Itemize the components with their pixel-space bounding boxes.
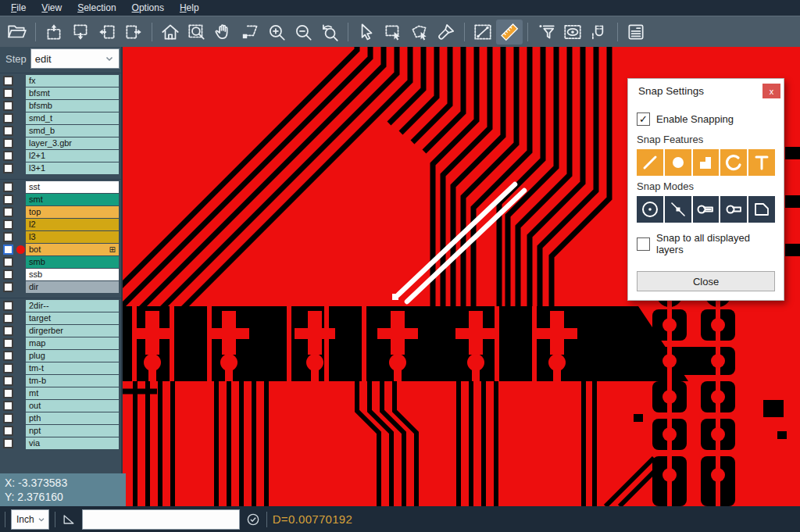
open-file-button[interactable] bbox=[4, 20, 30, 45]
select-brush-button[interactable] bbox=[433, 20, 459, 45]
all-layers-checkbox[interactable] bbox=[637, 237, 650, 251]
snap-mode-center-button[interactable] bbox=[637, 196, 663, 223]
layer-visibility-checkbox[interactable] bbox=[3, 182, 13, 192]
layer-row[interactable]: npt bbox=[0, 425, 121, 437]
layer-row[interactable]: tm-b bbox=[0, 375, 121, 387]
apply-sync-icon[interactable] bbox=[245, 512, 261, 527]
layer-visibility-checkbox[interactable] bbox=[3, 195, 13, 205]
menu-item[interactable]: File bbox=[3, 1, 34, 15]
snap-mode-slot-right-button[interactable] bbox=[693, 196, 720, 223]
layer-row[interactable]: fx bbox=[0, 75, 121, 87]
layer-row[interactable]: ssb bbox=[0, 269, 121, 280]
layer-row[interactable]: smd_b bbox=[0, 125, 121, 137]
layer-visibility-checkbox[interactable] bbox=[3, 401, 13, 411]
pan-left-button[interactable] bbox=[94, 20, 120, 45]
layer-visibility-checkbox[interactable] bbox=[3, 438, 13, 448]
all-layers-row[interactable]: Snap to all displayed layers bbox=[637, 232, 775, 255]
layer-name-cell[interactable]: l2+1 bbox=[26, 150, 119, 162]
layer-row[interactable]: plug bbox=[0, 350, 121, 362]
snap-feature-arc-button[interactable] bbox=[720, 149, 747, 176]
layer-row[interactable]: l2 bbox=[0, 219, 121, 230]
zoom-window-button[interactable] bbox=[184, 20, 210, 45]
snap-mode-point-button[interactable] bbox=[665, 196, 691, 223]
layer-visibility-checkbox[interactable] bbox=[3, 257, 13, 267]
layer-row[interactable]: smt bbox=[0, 194, 121, 205]
layer-name-cell[interactable]: 2dir-- bbox=[26, 300, 119, 312]
layer-row[interactable]: bfsmt bbox=[0, 87, 121, 99]
layer-visibility-checkbox[interactable] bbox=[3, 76, 13, 86]
layer-row[interactable]: target bbox=[0, 312, 121, 324]
snap-button[interactable] bbox=[586, 20, 612, 45]
layer-visibility-checkbox[interactable] bbox=[3, 326, 13, 336]
report-button[interactable] bbox=[623, 20, 649, 45]
layer-name-cell[interactable]: out bbox=[26, 400, 119, 412]
layer-name-cell[interactable]: pth bbox=[26, 412, 119, 424]
layer-visibility-checkbox[interactable] bbox=[3, 151, 13, 161]
unit-dropdown[interactable]: Inch bbox=[11, 509, 49, 530]
layer-visibility-checkbox[interactable] bbox=[3, 363, 13, 373]
layer-row[interactable]: top bbox=[0, 206, 121, 218]
snap-mode-corner-button[interactable] bbox=[748, 196, 775, 223]
layer-name-cell[interactable]: top bbox=[26, 206, 119, 218]
layer-row[interactable]: tm-t bbox=[0, 362, 121, 374]
layer-name-cell[interactable]: l3 bbox=[26, 231, 119, 243]
layer-row[interactable]: 2dir-- bbox=[0, 300, 121, 312]
layer-name-cell[interactable]: map bbox=[26, 337, 119, 349]
menu-item[interactable]: View bbox=[34, 1, 70, 15]
select-rectangle-button[interactable] bbox=[380, 20, 406, 45]
layer-visibility-checkbox[interactable] bbox=[3, 338, 13, 348]
snap-feature-surface-button[interactable] bbox=[693, 149, 720, 176]
layer-row[interactable]: out bbox=[0, 400, 121, 412]
layer-row[interactable]: bot⊞ bbox=[0, 244, 121, 255]
snap-feature-text-button[interactable] bbox=[748, 149, 775, 176]
layer-visibility-checkbox[interactable] bbox=[3, 113, 13, 123]
measure-point-to-point-button[interactable] bbox=[470, 20, 496, 45]
layer-visibility-checkbox[interactable] bbox=[3, 351, 13, 361]
layer-name-cell[interactable]: smb bbox=[26, 256, 119, 268]
select-pointer-button[interactable] bbox=[353, 20, 380, 45]
layer-name-cell[interactable]: smd_t bbox=[26, 112, 119, 124]
pan-up-button[interactable] bbox=[41, 20, 67, 45]
layer-name-cell[interactable]: bfsmb bbox=[26, 100, 119, 112]
layer-row[interactable]: smb bbox=[0, 256, 121, 268]
pan-down-button[interactable] bbox=[67, 20, 94, 45]
layer-name-cell[interactable]: sst bbox=[26, 181, 119, 193]
pan-hand-button[interactable] bbox=[210, 20, 237, 45]
layer-row[interactable]: map bbox=[0, 337, 121, 349]
measure-ruler-button[interactable] bbox=[496, 20, 523, 45]
layer-row[interactable]: bfsmb bbox=[0, 100, 121, 112]
layer-visibility-checkbox[interactable] bbox=[3, 413, 13, 423]
layer-name-cell[interactable]: smt bbox=[26, 194, 119, 205]
filter-button[interactable] bbox=[533, 20, 559, 45]
zoom-previous-button[interactable] bbox=[316, 20, 343, 45]
layer-visibility-checkbox[interactable] bbox=[3, 101, 13, 111]
zoom-in-button[interactable] bbox=[263, 20, 290, 45]
layer-visibility-checkbox[interactable] bbox=[3, 163, 13, 173]
layer-visibility-checkbox[interactable] bbox=[3, 138, 13, 148]
layer-row[interactable]: smd_t bbox=[0, 112, 121, 124]
layer-name-cell[interactable]: layer_3.gbr bbox=[26, 137, 119, 149]
layer-name-cell[interactable]: mt bbox=[26, 387, 119, 399]
layer-name-cell[interactable]: bfsmt bbox=[26, 87, 119, 99]
layer-row[interactable]: l3+1 bbox=[0, 162, 121, 174]
layer-row[interactable]: l2+1 bbox=[0, 150, 121, 162]
layer-visibility-checkbox[interactable] bbox=[3, 270, 13, 280]
dialog-close-button[interactable]: x bbox=[762, 84, 780, 98]
layer-visibility-checkbox[interactable] bbox=[3, 232, 13, 242]
layer-name-cell[interactable]: dir bbox=[26, 281, 119, 293]
menu-item[interactable]: Options bbox=[124, 1, 172, 15]
layer-row[interactable]: layer_3.gbr bbox=[0, 137, 121, 149]
enable-snapping-row[interactable]: ✓ Enable Snapping bbox=[637, 112, 775, 126]
layer-visibility-checkbox[interactable] bbox=[3, 426, 13, 436]
snap-feature-line-button[interactable] bbox=[637, 149, 663, 176]
layer-row[interactable]: mt bbox=[0, 387, 121, 399]
layer-name-cell[interactable]: fx bbox=[26, 75, 119, 87]
select-polygon-button[interactable] bbox=[406, 20, 433, 45]
layer-row[interactable]: via bbox=[0, 437, 121, 449]
layer-visibility-checkbox[interactable] bbox=[3, 220, 13, 230]
zoom-out-button[interactable] bbox=[290, 20, 316, 45]
layer-name-cell[interactable]: tm-b bbox=[26, 375, 119, 387]
menu-item[interactable]: Help bbox=[172, 1, 207, 15]
layer-name-cell[interactable]: npt bbox=[26, 425, 119, 437]
layer-row[interactable]: dirgerber bbox=[0, 325, 121, 337]
